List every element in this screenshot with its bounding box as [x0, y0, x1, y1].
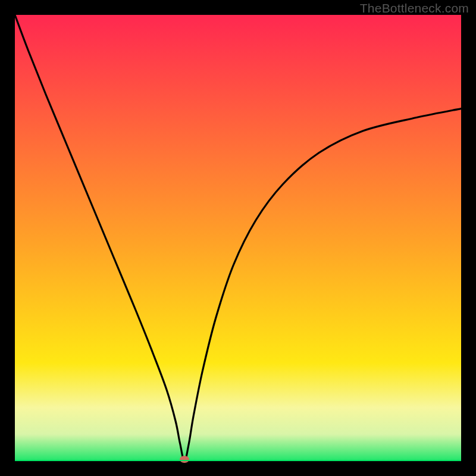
bottleneck-curve — [15, 15, 461, 461]
curve-path — [15, 15, 461, 461]
chart-frame: TheBottleneck.com — [0, 0, 476, 476]
baseline — [15, 460, 461, 461]
minimum-marker — [180, 456, 189, 463]
plot-area — [15, 15, 461, 461]
watermark-text: TheBottleneck.com — [360, 1, 469, 15]
